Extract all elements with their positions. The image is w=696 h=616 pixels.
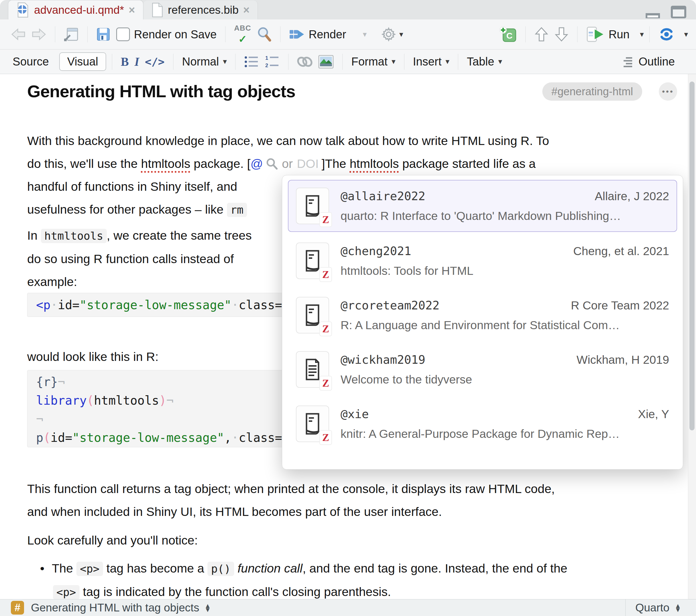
close-icon[interactable]: × (243, 4, 250, 15)
text-run: package started life as a (399, 157, 536, 171)
minimize-button[interactable] (645, 7, 661, 19)
text-run: do this, we'll use the (27, 157, 141, 171)
maximize-button[interactable] (670, 4, 687, 19)
render-button[interactable]: Render (286, 26, 349, 43)
svg-text:C: C (507, 31, 513, 40)
text-run: The (52, 562, 76, 575)
toolbar-separator (649, 26, 650, 42)
sync-options-caret-icon[interactable]: ▾ (684, 31, 688, 38)
svg-text:2: 2 (265, 63, 268, 68)
citation-doi-option[interactable]: DOI (297, 157, 318, 171)
run-options-caret-icon[interactable]: ▾ (640, 31, 644, 38)
code-format-button[interactable]: </> (142, 54, 168, 70)
toolbar-separator (288, 54, 288, 70)
citation-item-rcoreteam2022[interactable]: Z @rcoreteam2022R Core Team 2022 R: A La… (288, 289, 677, 341)
link-icon[interactable] (294, 53, 315, 70)
back-button[interactable] (8, 26, 29, 43)
format-selector[interactable]: Quarto ▲ ▼ (625, 599, 691, 616)
heading-row: Generating HTML with tag objects #genera… (27, 81, 677, 101)
visual-mode-button[interactable]: Visual (59, 52, 106, 71)
source-sync-icon[interactable] (655, 26, 678, 43)
text-line: In htmltools, we create the same trees (27, 224, 252, 247)
citation-item-allaire2022[interactable]: Z @allaire2022Allaire, J 2022 quarto: R … (288, 180, 677, 232)
editor-surface[interactable]: Generating HTML with tag objects #genera… (0, 74, 696, 599)
format-menu[interactable]: Format ▾ (348, 53, 398, 70)
citation-item-cheng2021[interactable]: Z @cheng2021Cheng, et al. 2021 htmltools… (288, 235, 677, 287)
source-mode-button[interactable]: Source (10, 53, 52, 70)
run-button[interactable]: Run (583, 25, 632, 44)
text-line: Look carefully and you'll notice: (27, 529, 198, 552)
bullet-list-button[interactable] (241, 53, 262, 70)
section-updown-icon[interactable]: ▲ ▼ (204, 604, 211, 612)
format-toolbar: Source Visual B I </> Normal ▾ 12 Format (0, 49, 696, 74)
citation-title: R: A Language and Environment for Statis… (341, 319, 669, 332)
text-run: The (325, 157, 350, 171)
text-run: With this background knowledge in place,… (27, 134, 549, 148)
table-menu[interactable]: Table ▾ (464, 53, 505, 70)
page-title: Generating HTML with tag objects (27, 81, 295, 101)
paragraph-style-label: Normal (182, 55, 219, 68)
paragraph-style-dropdown[interactable]: Normal ▾ (179, 53, 230, 70)
tab-advanced-ui-qmd[interactable]: advanced-ui.qmd* × (8, 0, 143, 20)
settings-caret-icon[interactable]: ▾ (399, 31, 403, 38)
heading-anchor-badge[interactable]: #generating-html (542, 82, 642, 101)
settings-gear-icon[interactable] (378, 25, 399, 44)
render-on-save-toggle[interactable]: Render on Save (113, 26, 220, 43)
render-on-save-checkbox[interactable] (116, 28, 130, 41)
text-line: do so using R function calls instead of (27, 247, 252, 270)
insert-menu-label: Insert (413, 55, 442, 68)
image-icon[interactable] (315, 53, 336, 70)
vertical-scrollbar[interactable] (688, 74, 696, 599)
citation-search-icon[interactable] (266, 158, 278, 170)
book-icon: Z (296, 406, 329, 442)
scrollbar-thumb[interactable] (690, 81, 695, 431)
forward-button[interactable] (29, 26, 49, 43)
toolbar-separator (404, 54, 405, 70)
render-on-save-label: Render on Save (134, 28, 217, 41)
go-previous-section-button[interactable] (532, 25, 552, 44)
italic-button[interactable]: I (132, 53, 142, 70)
code-token: ( (43, 431, 50, 445)
source-mode-label: Source (13, 55, 49, 68)
citation-at-symbol: @ (250, 157, 263, 171)
more-options-button[interactable]: ••• (659, 82, 677, 101)
toolbar-separator (225, 26, 225, 42)
insert-menu[interactable]: Insert ▾ (410, 53, 453, 70)
bullet-item-1: •The <p> tag has become a p() function c… (40, 557, 567, 599)
text-line: would look like this in R: (27, 345, 159, 368)
citation-text: @wickham2019Wickham, H 2019 Welcome to t… (341, 353, 669, 386)
tab-references-bib[interactable]: references.bib × (143, 1, 258, 19)
insert-code-chunk-button[interactable]: C (496, 24, 520, 44)
popout-window-button[interactable] (61, 26, 82, 43)
section-navigator[interactable]: Generating HTML with tag objects (31, 601, 199, 614)
triangle-down-icon: ▼ (204, 608, 211, 612)
text-run: , and the end tag is gone. Instead, the … (302, 562, 567, 575)
citation-text: @allaire2022Allaire, J 2022 quarto: R In… (341, 189, 669, 223)
code-token: = (65, 431, 72, 445)
numbered-list-button[interactable]: 12 (262, 53, 283, 70)
citation-author: Cheng, et al. 2021 (573, 244, 669, 258)
rstudio-editor-window: advanced-ui.qmd* × references.bib × (0, 0, 696, 616)
search-icon[interactable] (254, 25, 274, 44)
citation-item-wickham2019[interactable]: Z @wickham2019Wickham, H 2019 Welcome to… (288, 343, 677, 395)
save-button[interactable] (93, 26, 113, 43)
render-options-caret-icon[interactable]: ▾ (363, 31, 367, 38)
code-token: , (224, 431, 231, 445)
eol-mark: ¬ (58, 375, 65, 389)
visual-mode-label: Visual (67, 55, 98, 68)
code-token: = (275, 298, 282, 312)
format-caret-icon: ▾ (392, 58, 396, 65)
citation-id: @rcoreteam2022 (341, 298, 440, 312)
spellcheck-button[interactable]: ABC ✓ (231, 22, 254, 46)
toolbar-separator (87, 26, 88, 42)
main-toolbar: Render on Save ABC ✓ Render ▾ ▾ C (0, 19, 696, 49)
citation-item-xie[interactable]: Z @xieXie, Y knitr: A General-Purpose Pa… (288, 398, 677, 450)
bold-button[interactable]: B (118, 53, 132, 70)
quarto-file-icon (16, 2, 30, 18)
close-icon[interactable]: × (128, 4, 135, 15)
inline-code: <p> (76, 562, 103, 576)
outline-toggle-button[interactable]: Outline (620, 53, 678, 70)
space-dot: · (51, 298, 58, 312)
citation-author: Wickham, H 2019 (576, 353, 669, 367)
go-next-section-button[interactable] (552, 25, 571, 44)
